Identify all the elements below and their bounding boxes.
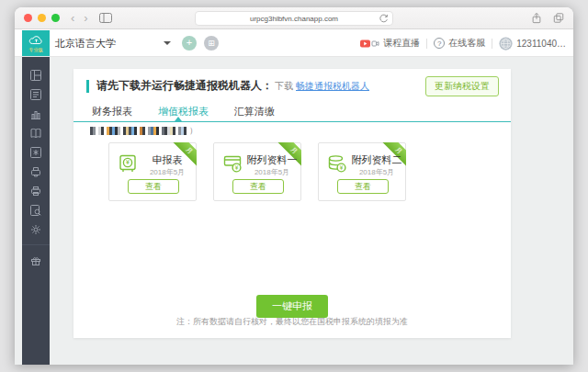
printer-icon — [30, 186, 41, 197]
gift-icon — [30, 255, 41, 266]
company-name: 北京语言大学 — [55, 37, 116, 51]
one-click-declare-button[interactable]: 一键申报 — [256, 295, 328, 318]
address-bar[interactable]: urpcg3hlbfvn.chanapp.com — [195, 11, 393, 26]
tab-financial-reports[interactable]: 财务报表 — [92, 105, 132, 118]
divider — [426, 39, 427, 49]
avatar — [499, 37, 513, 51]
svg-text:¥: ¥ — [340, 164, 344, 171]
card-title: 申报表 — [141, 153, 194, 167]
back-icon[interactable]: ‹ — [71, 12, 74, 24]
tabs-overview-icon[interactable] — [553, 12, 564, 24]
disclaimer-note: 注：所有数据请自行核对，最终以您在国税申报系统的填报为准 — [74, 316, 511, 328]
forward-icon[interactable]: › — [84, 12, 87, 24]
close-window-button[interactable] — [24, 14, 32, 22]
username: 12311040… — [516, 39, 566, 49]
tab-final-settlement[interactable]: 汇算清缴 — [234, 105, 275, 118]
workbench-icon — [30, 70, 41, 81]
pos-yen-icon: ¥ — [221, 152, 243, 175]
card-title: 附列资料二 — [350, 153, 403, 167]
tabs-underline — [74, 121, 511, 122]
redacted-text — [90, 127, 187, 135]
zoom-window-button[interactable] — [51, 14, 60, 22]
update-tax-settings-button[interactable]: 更新纳税设置 — [425, 76, 499, 96]
refresh-icon[interactable] — [379, 14, 389, 24]
company-selector[interactable]: 北京语言大学 — [55, 29, 171, 57]
traffic-lights — [24, 14, 60, 22]
sidebar — [22, 57, 50, 365]
sidebar-item-reports[interactable] — [22, 104, 50, 123]
add-company-button[interactable]: + — [182, 36, 197, 51]
safe-yen-icon: ¥ — [117, 152, 139, 175]
live-course-link[interactable]: 课程直播 — [360, 37, 420, 50]
download-label: 下载 — [275, 80, 293, 93]
tab-vat-reports[interactable]: 增值税报表 — [158, 105, 209, 118]
card-title: 附列资料一 — [245, 153, 299, 167]
report-cards: 月 ¥ 申报表 2018年5月 查看 月 — [108, 142, 406, 201]
card-period: 2018年5月 — [245, 167, 299, 177]
card-period: 2018年5月 — [350, 167, 403, 177]
card-declaration-form: 月 ¥ 申报表 2018年5月 查看 — [108, 142, 197, 201]
report-tabs: 财务报表 增值税报表 汇算清缴 — [92, 105, 275, 118]
browser-window: ‹ › urpcg3hlbfvn.chanapp.com — [15, 7, 573, 365]
sidebar-item-invoice[interactable] — [22, 85, 50, 104]
app-logo[interactable]: 专业版 — [22, 30, 50, 56]
sidebar-item-gift[interactable] — [22, 251, 50, 270]
sidebar-item-ledger[interactable] — [22, 123, 50, 142]
sidebar-item-assets[interactable] — [22, 142, 50, 162]
live-video-icon — [360, 38, 379, 49]
redacted-text-suffix: ） — [189, 127, 198, 135]
invoice-icon — [30, 89, 41, 100]
svg-text:¥: ¥ — [235, 164, 239, 171]
sidebar-item-print[interactable] — [22, 181, 50, 200]
sidebar-divider — [22, 244, 50, 245]
sidebar-item-cashier[interactable] — [22, 162, 50, 181]
view-button[interactable]: 查看 — [337, 179, 389, 194]
bar-chart-icon — [30, 108, 41, 119]
view-button[interactable]: 查看 — [128, 179, 179, 194]
notice-text: 请先下载并运行畅捷通报税机器人： — [96, 78, 273, 94]
apps-grid-button[interactable]: ⊞ — [204, 36, 219, 51]
coins-yen-icon: ¥ — [326, 152, 348, 175]
sidebar-item-audit[interactable] — [22, 200, 50, 220]
browser-chrome: ‹ › urpcg3hlbfvn.chanapp.com — [15, 7, 573, 29]
card-period: 2018年5月 — [141, 167, 194, 177]
gear-icon — [30, 224, 41, 235]
content-panel: 请先下载并运行畅捷通报税机器人： 下载 畅捷通报税机器人 更新纳税设置 财务报表… — [74, 69, 511, 338]
cash-register-icon — [30, 166, 41, 177]
app-page: 专业版 北京语言大学 + ⊞ 课程直播 ? — [15, 29, 573, 365]
minimize-window-button[interactable] — [38, 14, 46, 22]
asterisk-box-icon — [30, 147, 41, 158]
view-button[interactable]: 查看 — [232, 179, 284, 194]
cloud-icon — [28, 35, 44, 46]
divider — [492, 39, 492, 49]
online-support-link[interactable]: ? 在线客服 — [434, 37, 485, 50]
question-icon: ? — [434, 38, 445, 49]
sidebar-item-workbench[interactable] — [22, 65, 50, 85]
download-notice: 请先下载并运行畅捷通报税机器人： 下载 畅捷通报税机器人 — [86, 78, 369, 94]
book-icon — [30, 128, 41, 139]
search-document-icon — [30, 205, 41, 216]
svg-text:¥: ¥ — [126, 159, 130, 165]
sidebar-item-settings[interactable] — [22, 220, 50, 239]
card-attachment-one: 月 ¥ 附列资料一 2018年5月 查看 — [213, 142, 301, 201]
share-icon[interactable] — [531, 12, 542, 24]
app-header: 专业版 北京语言大学 + ⊞ 课程直播 ? — [15, 29, 573, 57]
card-attachment-two: 月 ¥ 附列资料二 2018年5月 查看 — [318, 142, 406, 201]
accent-bar — [86, 80, 89, 93]
robot-download-link[interactable]: 畅捷通报税机器人 — [296, 80, 369, 93]
url-text: urpcg3hlbfvn.chanapp.com — [250, 15, 338, 23]
sidebar-toggle-icon[interactable] — [99, 12, 112, 24]
chevron-down-icon — [164, 41, 171, 45]
user-account[interactable]: 12311040… — [499, 37, 566, 51]
logo-edition-label: 专业版 — [28, 47, 42, 51]
